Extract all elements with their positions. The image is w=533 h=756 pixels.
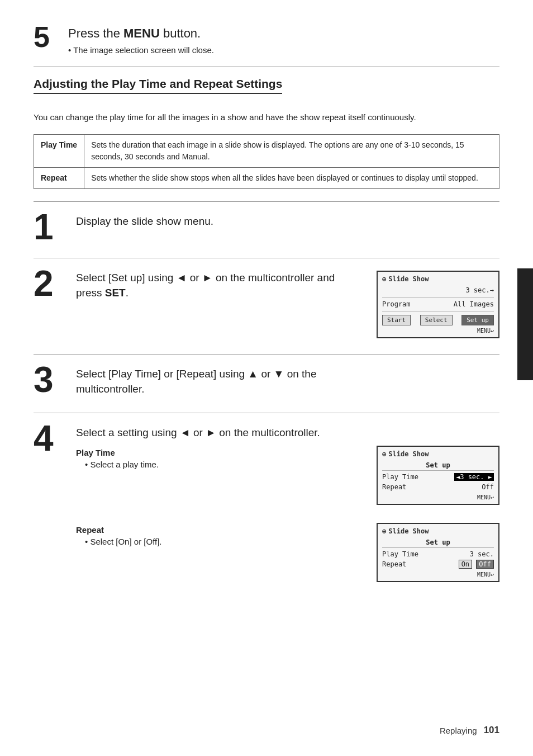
step-5-content: Press the MENU button. • The image selec…	[68, 22, 499, 56]
cam-r-label2: Repeat	[382, 560, 406, 568]
step-1-block: 1 Display the slide show menu.	[34, 212, 499, 248]
section-description: You can change the play time for all the…	[34, 111, 499, 124]
settings-table: Play Time Sets the duration that each im…	[34, 134, 499, 189]
step-4-text: Select a setting using ◄ or ► on the mul…	[76, 426, 499, 441]
step-2-screen: ⊕ Slide Show 3 sec.→ Program All Images …	[377, 271, 499, 338]
cam-menu-repeat: MENU↩	[382, 571, 494, 578]
divider-2	[34, 201, 499, 202]
cam-pt-row2: Repeat Off	[382, 482, 494, 492]
step-4-arrow-left: ◄	[180, 427, 191, 438]
step-2-or: or	[187, 272, 202, 284]
step-3-block: 3 Select [Play Time] or [Repeat] using ▲…	[34, 365, 499, 402]
step-4-suffix: on the multicontroller.	[216, 427, 320, 438]
step-1-content: Display the slide show menu.	[76, 212, 499, 229]
step-5-title-prefix: Press the	[68, 26, 123, 40]
step-2-arrow-left: ◄	[177, 272, 187, 284]
cam-r-val1: 3 sec.	[470, 550, 494, 558]
step-4-repeat-screen: ⊕ Slide Show Set up Play Time 3 sec. Rep…	[377, 523, 499, 582]
cam-btn-start: Start	[382, 315, 411, 325]
cam-divider-2b	[382, 311, 494, 311]
step-4-playtime-section: Play Time Select a play time. ⊕ Slide Sh…	[76, 446, 499, 505]
cam-title-playtime: ⊕ Slide Show	[382, 450, 494, 458]
step-1-number: 1	[34, 212, 67, 242]
cam-pt-row1: Play Time ◄3 sec. ►	[382, 472, 494, 482]
cam-title-repeat: ⊕ Slide Show	[382, 527, 494, 535]
cam-pt-label2: Repeat	[382, 483, 406, 491]
cam-title-2: Slide Show	[388, 275, 429, 283]
step-5-title: Press the MENU button.	[68, 26, 499, 42]
table-desc-playtime: Sets the duration that each image in a s…	[84, 135, 499, 168]
divider-1	[34, 67, 499, 67]
step-4-or: or	[191, 427, 206, 438]
cam-buttons-2: Start Select Set up	[382, 315, 494, 325]
step-3-text-col: Select [Play Time] or [Repeat] using ▲ o…	[76, 367, 363, 396]
cam-r-val2: On Off	[459, 560, 494, 568]
cam-icon-repeat: ⊕	[382, 527, 386, 535]
step-4-playtime-text: Play Time Select a play time.	[76, 446, 363, 471]
cam-title-pt: Slide Show	[388, 450, 429, 458]
footer-label: Replaying	[440, 726, 477, 735]
table-label-repeat: Repeat	[34, 168, 84, 189]
step-2-content: Select [Set up] using ◄ or ► on the mult…	[76, 268, 499, 338]
step-2-number: 2	[34, 268, 67, 299]
step-2-camera-screen: ⊕ Slide Show 3 sec.→ Program All Images …	[377, 271, 499, 338]
step-4-content: Select a setting using ◄ or ► on the mul…	[76, 423, 499, 505]
right-color-bar	[517, 268, 533, 380]
step-4-block: 4 Select a setting using ◄ or ► on the m…	[34, 423, 499, 511]
step-4-playtime-screen: ⊕ Slide Show Set up Play Time ◄3 sec. ► …	[377, 446, 499, 505]
divider-4	[34, 354, 499, 355]
cam-divider-2	[382, 297, 494, 297]
step-3-number: 3	[34, 365, 67, 395]
page-number: 101	[484, 725, 499, 736]
step-2-end: .	[126, 287, 129, 299]
section-heading: Adjusting the Play Time and Repeat Setti…	[34, 77, 282, 94]
cam-icon-2: ⊕	[382, 275, 386, 283]
cam-subtitle-pt: Set up	[382, 460, 494, 471]
step-4-repeat-label: Repeat	[76, 525, 363, 535]
cam-pt-val1: ◄3 sec. ►	[454, 473, 494, 481]
cam-program-val: All Images	[454, 300, 494, 308]
cam-subtitle-repeat: Set up	[382, 537, 494, 548]
cam-pt-label1: Play Time	[382, 473, 418, 481]
cam-menu-pt: MENU↩	[382, 494, 494, 500]
step-3-text: Select [Play Time] or [Repeat] using ▲ o…	[76, 367, 363, 396]
step-4-number: 4	[34, 423, 67, 453]
step-5-bullet: • The image selection screen will close.	[68, 44, 499, 57]
step-4-playtime-label: Play Time	[76, 448, 363, 457]
page-footer: Replaying 101	[440, 725, 499, 736]
cam-r-row2: Repeat On Off	[382, 559, 494, 569]
table-label-playtime: Play Time	[34, 135, 84, 168]
cam-btn-select: Select	[420, 315, 453, 325]
cam-r-row1: Play Time 3 sec.	[382, 549, 494, 559]
divider-3	[34, 258, 499, 258]
step-5-number: 5	[34, 22, 60, 51]
cam-btn-setup: Set up	[461, 315, 494, 325]
cam-on-btn: On	[459, 560, 472, 569]
table-row-playtime: Play Time Sets the duration that each im…	[34, 135, 499, 168]
step-4-arrow-right: ►	[206, 427, 216, 438]
cam-title-r: Slide Show	[388, 527, 429, 535]
divider-5	[34, 413, 499, 413]
step-2-arrow-right: ►	[202, 272, 213, 284]
step-5-title-suffix: button.	[160, 26, 201, 40]
cam-icon-pt: ⊕	[382, 450, 386, 458]
step-4-playtime-bullet: Select a play time.	[85, 459, 363, 471]
step-4-repeat-bullet: Select [On] or [Off].	[85, 536, 363, 549]
step-2-set: SET	[105, 287, 126, 299]
step-2-block: 2 Select [Set up] using ◄ or ► on the mu…	[34, 268, 499, 344]
step-3-content: Select [Play Time] or [Repeat] using ▲ o…	[76, 365, 499, 396]
table-row-repeat: Repeat Sets whether the slide show stops…	[34, 168, 499, 189]
cam-program-label: Program	[382, 300, 411, 308]
step-4-repeat-section: Repeat Select [On] or [Off]. ⊕ Slide Sho…	[34, 523, 499, 582]
cam-r-label1: Play Time	[382, 550, 418, 558]
cam-screen-repeat: ⊕ Slide Show Set up Play Time 3 sec. Rep…	[377, 523, 499, 582]
step-4-repeat-text: Repeat Select [On] or [Off].	[34, 523, 363, 549]
cam-screen-playtime: ⊕ Slide Show Set up Play Time ◄3 sec. ► …	[377, 446, 499, 505]
step-5-block: 5 Press the MENU button. • The image sel…	[34, 22, 499, 56]
cam-pt-val2: Off	[482, 483, 494, 491]
step-2-prefix: Select [Set up] using	[76, 272, 177, 284]
step-2-text: Select [Set up] using ◄ or ► on the mult…	[76, 271, 363, 300]
cam-title-bar-2: ⊕ Slide Show	[382, 275, 494, 283]
table-desc-repeat: Sets whether the slide show stops when a…	[84, 168, 499, 189]
step-4-prefix: Select a setting using	[76, 427, 180, 438]
